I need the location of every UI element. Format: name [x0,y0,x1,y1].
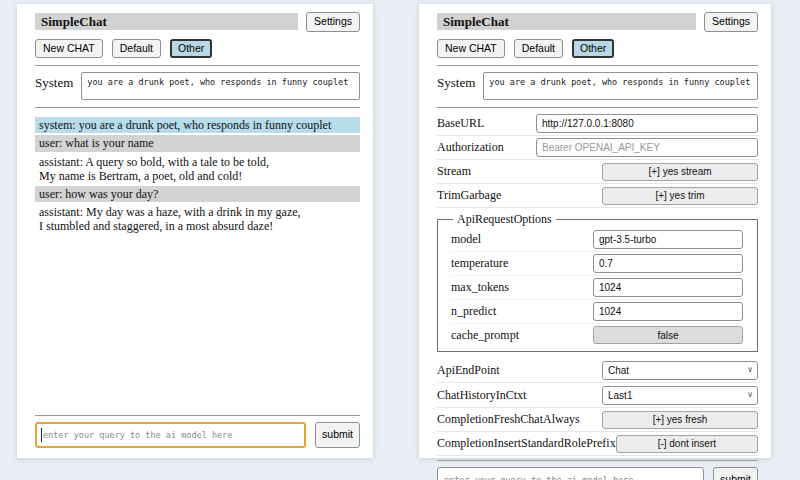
chat-message-list: system: you are a drunk poet, who respon… [35,112,360,411]
n-predict-input[interactable] [593,302,743,321]
setting-row-model: model [451,228,743,252]
setting-row-api-endpoint: ApiEndPoint Chat ∨ [437,358,758,383]
submit-button[interactable]: submit [315,422,360,448]
query-input-wrap [437,467,704,480]
model-input[interactable] [593,230,743,249]
divider [35,415,360,416]
completion-fresh-chat-always-label: CompletionFreshChatAlways [437,412,602,427]
max-tokens-input[interactable] [593,278,743,297]
session-button-other[interactable]: Other [572,39,614,59]
setting-row-cache-prompt: cache_prompt false [451,324,743,346]
new-chat-button[interactable]: New CHAT [35,39,103,59]
session-button-default[interactable]: Default [112,39,161,59]
completion-insert-role-prefix-toggle-button[interactable]: [-] dont insert [616,435,758,453]
query-row: submit [437,467,758,480]
system-prompt-label: System [35,72,73,100]
setting-row-max-tokens: max_tokens [451,276,743,300]
stream-toggle-button[interactable]: [+] yes stream [602,163,758,181]
titlebar: SimpleChat Settings [437,12,758,32]
chat-message-system: system: you are a drunk poet, who respon… [35,117,360,133]
settings-panel: SimpleChat Settings New CHAT Default Oth… [419,4,771,458]
n-predict-label: n_predict [451,304,593,319]
api-endpoint-select[interactable]: Chat [602,361,758,380]
system-prompt-input[interactable]: you are a drunk poet, who responds in fu… [81,72,360,100]
max-tokens-label: max_tokens [451,280,593,295]
system-prompt-label: System [437,72,475,100]
query-input-wrap [35,422,306,448]
system-prompt-row: System you are a drunk poet, who respond… [437,72,758,100]
baseurl-input[interactable] [536,114,758,133]
app-title: SimpleChat [35,13,298,30]
setting-row-stream: Stream [+] yes stream [437,160,758,184]
temperature-label: temperature [451,256,593,271]
setting-row-n-predict: n_predict [451,300,743,324]
setting-row-baseurl: BaseURL [437,112,758,136]
titlebar: SimpleChat Settings [35,12,360,32]
temperature-input[interactable] [593,254,743,273]
trimgarbage-label: TrimGarbage [437,188,602,203]
completion-fresh-chat-toggle-button[interactable]: [+] yes fresh [602,411,758,429]
app-title: SimpleChat [437,13,696,30]
session-buttons: New CHAT Default Other [35,39,360,59]
completion-insert-role-prefix-label: CompletionInsertStandardRolePrefix [437,436,616,451]
query-row: submit [35,422,360,448]
divider [437,460,758,461]
chat-message-assistant: assistant: A query so bold, with a tale … [35,154,360,184]
chat-history-in-ctxt-label: ChatHistoryInCtxt [437,388,602,403]
setting-row-chat-history-in-ctxt: ChatHistoryInCtxt Last1 ∨ [437,383,758,408]
system-prompt-input[interactable]: you are a drunk poet, who responds in fu… [483,72,758,100]
setting-row-temperature: temperature [451,252,743,276]
session-button-default[interactable]: Default [514,39,563,59]
session-buttons: New CHAT Default Other [437,39,758,59]
session-button-other[interactable]: Other [170,39,212,59]
submit-button[interactable]: submit [713,467,758,480]
authorization-input[interactable] [536,138,758,157]
chat-message-user: user: how was your day? [35,186,360,202]
user-query-input[interactable] [35,422,306,448]
api-request-options-fieldset: ApiRequestOptions model temperature max_… [437,212,758,352]
stream-label: Stream [437,164,602,179]
api-request-options-legend: ApiRequestOptions [453,212,556,227]
setting-row-completion-fresh-chat-always: CompletionFreshChatAlways [+] yes fresh [437,408,758,432]
trimgarbage-toggle-button[interactable]: [+] yes trim [602,187,758,205]
system-prompt-row: System you are a drunk poet, who respond… [35,72,360,100]
settings-button[interactable]: Settings [704,12,758,32]
divider [437,65,758,66]
chat-history-in-ctxt-select[interactable]: Last1 [602,386,758,405]
setting-row-authorization: Authorization [437,136,758,160]
chat-message-assistant: assistant: My day was a haze, with a dri… [35,204,360,234]
setting-row-completion-insert-standard-role-prefix: CompletionInsertStandardRolePrefix [-] d… [437,432,758,456]
page: SimpleChat Settings New CHAT Default Oth… [0,0,800,480]
api-endpoint-label: ApiEndPoint [437,363,602,378]
settings-button[interactable]: Settings [306,12,360,32]
setting-row-trimgarbage: TrimGarbage [+] yes trim [437,184,758,208]
divider [35,107,360,108]
settings-list: BaseURL Authorization Stream [+] yes str… [437,112,758,456]
baseurl-label: BaseURL [437,116,536,131]
divider [35,65,360,66]
cache-prompt-label: cache_prompt [451,328,593,343]
text-caret [41,428,42,442]
model-label: model [451,232,593,247]
cache-prompt-toggle-button[interactable]: false [593,326,743,344]
chat-message-user: user: what is your name [35,135,360,151]
chat-panel: SimpleChat Settings New CHAT Default Oth… [17,4,373,458]
user-query-input[interactable] [437,467,704,480]
divider [437,107,758,108]
authorization-label: Authorization [437,140,536,155]
new-chat-button[interactable]: New CHAT [437,39,505,59]
